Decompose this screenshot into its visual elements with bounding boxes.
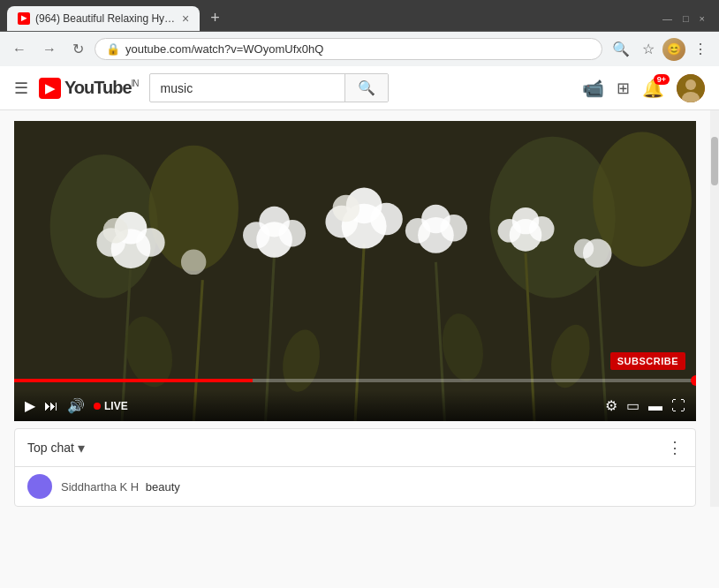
chat-username: Siddhartha K H (61, 480, 139, 494)
bookmark-button[interactable]: ☆ (638, 37, 659, 61)
chat-message-text: Siddhartha K H beauty (61, 480, 180, 494)
svg-point-37 (181, 250, 206, 275)
chat-title: Top chat (27, 441, 74, 455)
video-player: SUBSCRIBE ▶ ⏭ 🔊 (14, 121, 696, 421)
back-button[interactable]: ← (7, 38, 32, 61)
svg-point-36 (512, 207, 539, 234)
refresh-button[interactable]: ↻ (67, 37, 89, 61)
settings-button[interactable]: ⚙ (605, 397, 617, 414)
svg-point-28 (333, 195, 360, 222)
fullscreen-button[interactable]: ⛶ (671, 398, 685, 414)
next-button[interactable]: ⏭ (44, 398, 58, 414)
scrollbar-thumb[interactable] (711, 137, 718, 185)
lock-icon: 🔒 (106, 42, 120, 56)
browser-profile-avatar[interactable]: 😊 (662, 38, 685, 61)
search-browser-button[interactable]: 🔍 (608, 37, 634, 61)
address-bar-row: ← → ↻ 🔒 youtube.com/watch?v=WOyomUfx0hQ … (0, 31, 719, 66)
upload-button[interactable]: 📹 (582, 78, 604, 99)
progress-dot (691, 375, 696, 386)
notifications-button[interactable]: 🔔 9+ (642, 78, 664, 99)
user-avatar[interactable] (677, 74, 705, 102)
new-tab-button[interactable]: + (203, 5, 227, 31)
chat-message: Siddhartha K H beauty (15, 467, 695, 506)
video-thumbnail: SUBSCRIBE ▶ ⏭ 🔊 (14, 121, 696, 421)
close-button[interactable]: × (700, 13, 705, 24)
youtube-country: IN (132, 79, 139, 88)
hamburger-menu-button[interactable]: ☰ (14, 79, 28, 98)
chat-message-content: beauty (146, 480, 180, 494)
search-input[interactable] (150, 76, 344, 101)
youtube-logo-text: YouTubeIN (64, 78, 139, 98)
svg-point-39 (574, 238, 594, 258)
theater-button[interactable]: ▬ (648, 398, 662, 414)
volume-button[interactable]: 🔊 (67, 397, 85, 414)
notification-badge: 9+ (654, 74, 670, 85)
youtube-logo: ▶ YouTubeIN (39, 78, 139, 99)
address-text: youtube.com/watch?v=WOyomUfx0hQ (125, 42, 591, 56)
header-right-icons: 📹 ⊞ 🔔 9+ (582, 74, 705, 102)
chat-more-button[interactable]: ⋮ (667, 438, 683, 457)
address-bar[interactable]: 🔒 youtube.com/watch?v=WOyomUfx0hQ (95, 38, 602, 60)
chat-section: Top chat ▾ ⋮ Siddhartha K H beauty (14, 428, 696, 507)
scrollbar[interactable] (710, 110, 719, 507)
video-controls: ▶ ⏭ 🔊 LIVE ⚙ ▭ ▬ ⛶ (14, 390, 696, 421)
minimize-button[interactable]: — (662, 13, 672, 24)
search-button[interactable]: 🔍 (344, 74, 388, 102)
live-dot (94, 403, 101, 410)
page-content: SUBSCRIBE ▶ ⏭ 🔊 (0, 110, 710, 507)
right-controls: ⚙ ▭ ▬ ⛶ (605, 397, 685, 414)
apps-button[interactable]: ⊞ (617, 79, 630, 98)
window-controls: — □ × (655, 13, 712, 24)
active-tab[interactable]: ▶ (964) Beautiful Relaxing Hymns... × (7, 6, 200, 31)
tab-title: (964) Beautiful Relaxing Hymns... (35, 12, 177, 25)
browser-menu-button[interactable]: ⋮ (689, 37, 712, 61)
tab-close-button[interactable]: × (182, 11, 189, 26)
video-progress-fill (14, 379, 253, 382)
video-background (14, 121, 696, 421)
video-progress-bar[interactable] (14, 379, 696, 382)
search-bar: 🔍 (149, 73, 389, 102)
subscribe-button[interactable]: SUBSCRIBE (610, 352, 685, 370)
browser-right-icons: 🔍 ☆ 😊 ⋮ (608, 37, 712, 61)
svg-point-32 (421, 205, 450, 234)
forward-button[interactable]: → (37, 38, 62, 61)
chat-user-avatar (27, 474, 52, 499)
youtube-logo-icon: ▶ (39, 78, 61, 99)
browser-window: ▶ (964) Beautiful Relaxing Hymns... × + … (0, 0, 719, 66)
maximize-button[interactable]: □ (683, 13, 689, 24)
svg-point-1 (685, 79, 696, 90)
live-label: LIVE (104, 400, 128, 412)
tab-favicon: ▶ (18, 12, 30, 25)
play-button[interactable]: ▶ (25, 397, 35, 414)
chat-header: Top chat ▾ ⋮ (15, 429, 695, 467)
chat-dropdown-icon[interactable]: ▾ (78, 440, 85, 456)
svg-point-19 (103, 218, 128, 243)
live-badge: LIVE (94, 400, 128, 412)
svg-point-23 (259, 207, 290, 237)
youtube-header: ☰ ▶ YouTubeIN 🔍 📹 ⊞ 🔔 9+ (0, 66, 719, 110)
tab-bar: ▶ (964) Beautiful Relaxing Hymns... × + … (0, 0, 719, 31)
miniplayer-button[interactable]: ▭ (626, 397, 640, 414)
